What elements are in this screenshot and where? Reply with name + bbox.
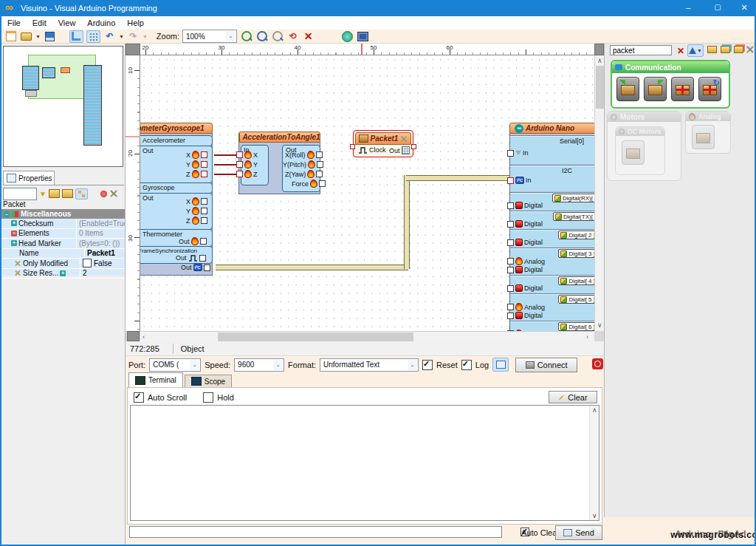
pin-connector[interactable] bbox=[507, 239, 514, 246]
expand-icon[interactable]: + bbox=[11, 220, 17, 226]
pin-in-x[interactable]: X bbox=[236, 151, 258, 159]
pin-icon[interactable] bbox=[100, 191, 107, 197]
tree-view-icon[interactable] bbox=[75, 188, 88, 199]
menu-edit[interactable]: Edit bbox=[32, 18, 47, 27]
pin-connector[interactable] bbox=[507, 313, 514, 319]
pin-packet-out[interactable]: Out bbox=[389, 146, 410, 154]
log-file-icon[interactable] bbox=[492, 358, 509, 372]
pin-packet-clock[interactable]: Clock bbox=[358, 146, 386, 154]
pin-analog-row[interactable]: Analog bbox=[507, 257, 545, 265]
only-modified-checkbox[interactable] bbox=[83, 259, 92, 267]
packet-out-connector[interactable] bbox=[411, 144, 416, 149]
pin-connector[interactable] bbox=[204, 265, 210, 271]
filter-funnel-icon[interactable]: ▼ bbox=[39, 190, 47, 198]
refresh-icon[interactable]: ⟲ bbox=[286, 31, 299, 42]
zoom-in-icon[interactable] bbox=[240, 31, 252, 42]
category-communication-header[interactable]: Communication bbox=[612, 61, 729, 73]
accelgyro-block-header[interactable]: AccelerometerGyroscope1 bbox=[140, 123, 213, 134]
wire-i2c-horizontal2[interactable] bbox=[406, 175, 509, 181]
collapse-all-folder-icon[interactable] bbox=[734, 46, 743, 53]
terminal-scrollbar[interactable]: ∧ ∨ bbox=[589, 406, 599, 520]
property-row-only-modified[interactable]: Only Modified False bbox=[1, 259, 125, 269]
property-row-size-res[interactable]: Size Res...+ 2 bbox=[1, 269, 125, 279]
pin-connector[interactable] bbox=[507, 177, 514, 184]
clear-search-icon[interactable]: ✕ bbox=[677, 46, 684, 56]
collapse-folder-icon[interactable] bbox=[62, 189, 73, 198]
disconnect-power-icon[interactable] bbox=[592, 358, 603, 369]
scroll-down-icon[interactable]: ∨ bbox=[597, 321, 602, 330]
combo-arrow-icon[interactable]: ⌄ bbox=[408, 360, 417, 370]
pin-analog-row[interactable]: Analog bbox=[507, 303, 545, 311]
property-category-row[interactable]: – Miscellaneous bbox=[1, 209, 125, 219]
save-icon[interactable] bbox=[44, 31, 56, 42]
close-button[interactable]: ✕ bbox=[733, 0, 755, 16]
pin-digital-row[interactable]: Digital bbox=[507, 312, 543, 319]
open-dropdown-icon[interactable]: ▼ bbox=[35, 34, 41, 39]
horizontal-scroll-thumb[interactable] bbox=[218, 332, 413, 341]
canvas-horizontal-scrollbar[interactable]: ‹ › bbox=[140, 331, 594, 341]
pin-digital-row[interactable]: Digital bbox=[507, 284, 543, 292]
component-packet-unpack[interactable] bbox=[616, 77, 639, 101]
combo-arrow-icon[interactable]: ⌄ bbox=[273, 360, 283, 370]
pin-connector[interactable] bbox=[507, 285, 514, 292]
properties-tools-icon[interactable] bbox=[109, 189, 118, 198]
web-help-icon[interactable] bbox=[341, 31, 354, 42]
redo-icon[interactable]: ↷ bbox=[127, 31, 140, 42]
wire-i2c-vertical[interactable] bbox=[404, 175, 410, 269]
pin-out-yaw[interactable]: Z(Yaw) bbox=[285, 170, 323, 178]
properties-filter-input[interactable] bbox=[3, 188, 37, 200]
pin-digital-row[interactable]: Digital bbox=[507, 202, 543, 209]
terminal-output-area[interactable]: ∧ ∨ bbox=[130, 405, 599, 521]
pin-accel-x[interactable]: X bbox=[186, 151, 207, 159]
pin-connector[interactable] bbox=[201, 161, 207, 168]
log-checkbox[interactable] bbox=[461, 360, 472, 370]
pin-digital-row[interactable]: Digital bbox=[507, 266, 543, 273]
pin-connector[interactable] bbox=[236, 151, 243, 158]
right-splitter[interactable] bbox=[604, 44, 605, 545]
zoom-out-icon[interactable] bbox=[255, 31, 268, 42]
send-button[interactable]: Send bbox=[555, 525, 602, 540]
wire-accel-x[interactable] bbox=[214, 154, 238, 156]
pin-connector[interactable] bbox=[507, 221, 514, 228]
pin-digital-row[interactable]: Digital bbox=[507, 220, 543, 228]
suggest-folder-icon[interactable] bbox=[707, 46, 717, 53]
open-project-icon[interactable] bbox=[20, 31, 32, 42]
pin-thermometer-out[interactable]: Out bbox=[179, 237, 207, 245]
pin-connector[interactable] bbox=[507, 330, 514, 331]
pin-in-z[interactable]: Z bbox=[236, 170, 258, 178]
wizard-filter-icon[interactable]: ▼ bbox=[687, 44, 704, 57]
pin-gyro-y[interactable]: Y bbox=[186, 207, 207, 215]
speed-combobox[interactable]: 9600⌄ bbox=[234, 358, 284, 372]
packet-in-connector[interactable] bbox=[350, 144, 355, 149]
arduino-block-header[interactable]: ∞ Arduino Nano bbox=[509, 123, 594, 134]
pin-connector[interactable] bbox=[201, 217, 207, 224]
wire-i2c-horizontal[interactable] bbox=[216, 265, 408, 270]
pin-gyro-z[interactable]: Z bbox=[186, 216, 207, 225]
expand-all-folder-icon[interactable] bbox=[721, 46, 730, 53]
pin-connector[interactable] bbox=[507, 258, 514, 265]
hold-checkbox[interactable] bbox=[203, 392, 213, 403]
pin-connector[interactable] bbox=[319, 180, 326, 187]
pin-out-force[interactable]: Force bbox=[292, 180, 326, 188]
pin-connector[interactable] bbox=[507, 150, 514, 157]
wire-accel-z[interactable] bbox=[214, 174, 238, 175]
property-row-elements[interactable]: ≡Elements 0 Items bbox=[1, 229, 125, 239]
menu-file[interactable]: File bbox=[7, 18, 21, 27]
vertical-scroll-thumb[interactable] bbox=[596, 66, 604, 109]
pin-analog-row[interactable]: Analog bbox=[507, 330, 545, 331]
undo-dropdown-icon[interactable]: ▼ bbox=[119, 34, 124, 39]
scroll-left-icon[interactable]: ‹ bbox=[142, 332, 145, 341]
route-mode-icon[interactable] bbox=[69, 30, 83, 43]
tab-scope[interactable]: Scope bbox=[185, 375, 232, 387]
scroll-up-icon[interactable]: ∧ bbox=[592, 406, 597, 414]
arduino-block-body[interactable]: Serial[0] In I2C I²CIn Digital(RX)[ 0 ] … bbox=[509, 134, 594, 331]
pin-accel-y[interactable]: Y bbox=[186, 160, 207, 168]
overview-minimap[interactable] bbox=[3, 46, 123, 167]
expand-icon[interactable]: + bbox=[60, 270, 66, 276]
pin-connector[interactable] bbox=[201, 198, 207, 205]
component-packet-sync[interactable]: ↻ bbox=[698, 77, 721, 101]
wire-accel-y[interactable] bbox=[214, 164, 238, 165]
scroll-up-icon[interactable]: ∧ bbox=[597, 56, 602, 65]
menu-arduino[interactable]: Arduino bbox=[87, 18, 115, 27]
clear-button[interactable]: Clear bbox=[549, 391, 597, 403]
